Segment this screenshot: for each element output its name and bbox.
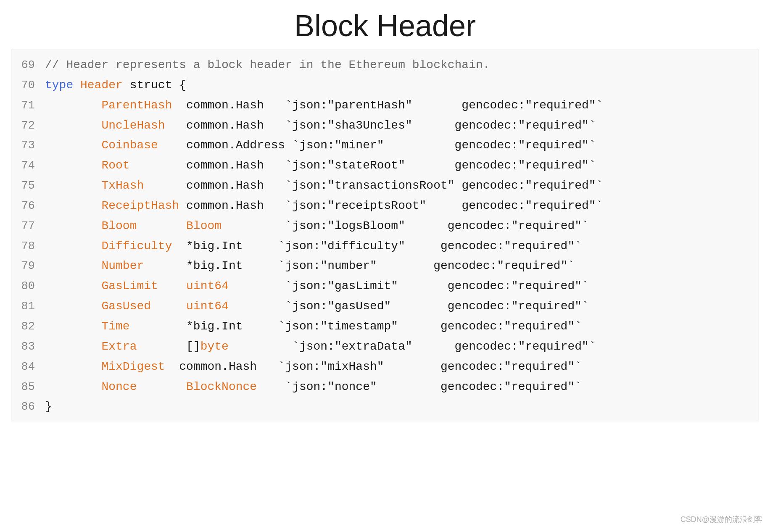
line-number: 69 [11,57,45,74]
line-content: GasLimit uint64 `json:"gasLimit" gencode… [45,277,759,295]
line-content: ParentHash common.Hash `json:"parentHash… [45,96,759,114]
line-number: 70 [11,77,45,95]
line-content: // Header represents a block header in t… [45,56,759,74]
line-content: Extra []byte `json:"extraData" gencodec:… [45,337,759,356]
line-content: TxHash common.Hash `json:"transactionsRo… [45,176,759,195]
line-number: 76 [11,198,45,215]
line-content: Difficulty *big.Int `json:"difficulty" g… [45,237,759,255]
line-content: Time *big.Int `json:"timestamp" gencodec… [45,317,759,335]
code-line: 84 MixDigest common.Hash `json:"mixHash"… [11,357,759,377]
line-number: 79 [11,258,45,275]
code-line: 77 Bloom Bloom `json:"logsBloom" gencode… [11,216,759,236]
code-line: 85 Nonce BlockNonce `json:"nonce" gencod… [11,377,759,397]
code-line: 83 Extra []byte `json:"extraData" gencod… [11,337,759,357]
line-number: 80 [11,278,45,295]
code-line: 78 Difficulty *big.Int `json:"difficulty… [11,236,759,256]
line-number: 73 [11,137,45,155]
line-content: ReceiptHash common.Hash `json:"receiptsR… [45,197,759,215]
code-line: 69// Header represents a block header in… [11,55,759,75]
line-number: 75 [11,177,45,195]
code-line: 81 GasUsed uint64 `json:"gasUsed" gencod… [11,296,759,316]
line-content: UncleHash common.Hash `json:"sha3Uncles"… [45,116,759,134]
line-number: 72 [11,117,45,135]
line-content: Bloom Bloom `json:"logsBloom" gencodec:"… [45,217,759,235]
code-line: 71 ParentHash common.Hash `json:"parentH… [11,95,759,116]
code-line: 82 Time *big.Int `json:"timestamp" genco… [11,316,759,337]
watermark: CSDN@漫游的流浪剑客 [680,514,762,524]
line-content: Number *big.Int `json:"number" gencodec:… [45,257,759,275]
line-number: 81 [11,298,45,316]
line-content: Coinbase common.Address `json:"miner" ge… [45,136,759,154]
code-line: 75 TxHash common.Hash `json:"transaction… [11,176,759,196]
line-number: 78 [11,238,45,255]
page-title: Block Header [294,8,476,43]
code-line: 70type Header struct { [11,75,759,95]
line-number: 82 [11,318,45,336]
line-content: } [45,398,759,416]
code-line: 79 Number *big.Int `json:"number" gencod… [11,256,759,276]
code-line: 74 Root common.Hash `json:"stateRoot" ge… [11,155,759,176]
code-block: 69// Header represents a block header in… [11,50,759,422]
line-number: 71 [11,97,45,115]
code-line: 76 ReceiptHash common.Hash `json:"receip… [11,196,759,216]
code-line: 72 UncleHash common.Hash `json:"sha3Uncl… [11,116,759,136]
line-number: 74 [11,157,45,175]
line-number: 84 [11,358,45,376]
line-number: 86 [11,398,45,416]
line-content: GasUsed uint64 `json:"gasUsed" gencodec:… [45,297,759,315]
line-content: Nonce BlockNonce `json:"nonce" gencodec:… [45,378,759,396]
line-number: 85 [11,379,45,396]
code-line: 86} [11,397,759,417]
line-number: 77 [11,218,45,235]
code-line: 80 GasLimit uint64 `json:"gasLimit" genc… [11,276,759,296]
line-number: 83 [11,338,45,356]
line-content: Root common.Hash `json:"stateRoot" genco… [45,156,759,174]
line-content: MixDigest common.Hash `json:"mixHash" ge… [45,358,759,376]
line-content: type Header struct { [45,76,759,94]
code-line: 73 Coinbase common.Address `json:"miner"… [11,135,759,155]
